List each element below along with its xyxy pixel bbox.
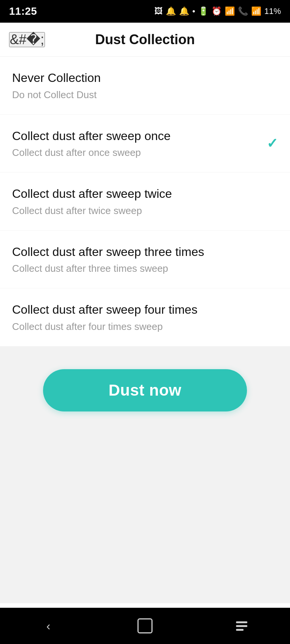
header: &#�; Dust Collection [0,23,290,57]
bottom-nav: ‹ [0,608,290,644]
option-four-times-title: Collect dust after sweep four times [12,302,278,318]
option-four-times-text: Collect dust after sweep four times Coll… [12,302,278,333]
alarm-icon: ⏰ [211,6,222,16]
nav-back-icon: ‹ [46,619,51,633]
option-never-text: Never Collection Do not Collect Dust [12,70,278,101]
nav-home-icon [137,618,153,633]
notification-bell2-icon: 🔔 [179,6,189,16]
battery-icon: 🔋 [198,6,208,16]
signal-icon: 📶 [251,6,261,16]
options-list: Never Collection Do not Collect Dust Col… [0,57,290,347]
nav-recents-button[interactable] [219,615,264,637]
option-twice-subtitle: Collect dust after twice sweep [12,205,278,217]
option-three-times-text: Collect dust after sweep three times Col… [12,244,278,275]
option-four-times[interactable]: Collect dust after sweep four times Coll… [0,288,290,347]
option-twice-title: Collect dust after sweep twice [12,186,278,202]
content-area: Never Collection Do not Collect Dust Col… [0,57,290,608]
gray-section: Dust now [0,347,290,603]
option-once-text: Collect dust after sweep once Collect du… [12,128,261,159]
option-never-subtitle: Do not Collect Dust [12,89,278,101]
wifi-icon: 📶 [225,6,235,16]
status-time: 11:25 [9,5,37,17]
nav-back-button[interactable]: ‹ [26,615,71,637]
status-bar: 11:25 🖼 🔔 🔔 • 🔋 ⏰ 📶 📞 📶 11% [0,0,290,23]
dot-icon: • [192,6,195,16]
status-icons: 🖼 🔔 🔔 • 🔋 ⏰ 📶 📞 📶 11% [154,6,281,16]
option-once-subtitle: Collect dust after once sweep [12,147,261,159]
back-button[interactable]: &#�; [9,32,45,47]
option-once[interactable]: Collect dust after sweep once Collect du… [0,115,290,173]
option-twice-text: Collect dust after sweep twice Collect d… [12,186,278,217]
checkmark-icon: ✓ [267,136,278,151]
option-three-times-subtitle: Collect dust after three times sweep [12,263,278,274]
call-icon: 📞 [238,6,248,16]
nav-recents-icon [236,621,247,631]
option-twice[interactable]: Collect dust after sweep twice Collect d… [0,173,290,231]
option-four-times-subtitle: Collect dust after four times sweep [12,321,278,333]
nav-home-button[interactable] [122,615,168,637]
dust-now-button[interactable]: Dust now [43,369,247,411]
option-once-title: Collect dust after sweep once [12,128,261,144]
photo-icon: 🖼 [154,6,163,16]
battery-percent: 11% [264,6,281,16]
page-title: Dust Collection [95,32,195,48]
option-three-times-title: Collect dust after sweep three times [12,244,278,260]
option-never[interactable]: Never Collection Do not Collect Dust [0,57,290,115]
notification-bell-icon: 🔔 [166,6,176,16]
option-never-title: Never Collection [12,70,278,86]
option-three-times[interactable]: Collect dust after sweep three times Col… [0,231,290,289]
